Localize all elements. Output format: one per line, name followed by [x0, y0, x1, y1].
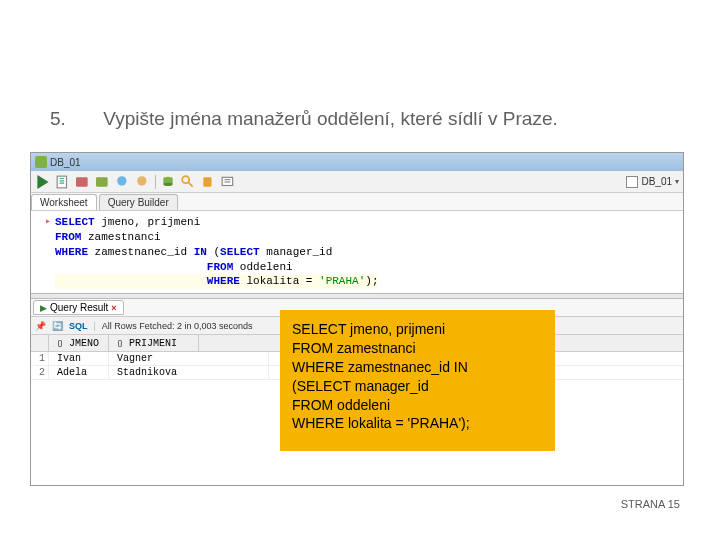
cell-prijmeni: Vagner [109, 352, 269, 365]
cell-prijmeni: Stadnikova [109, 366, 269, 379]
window-titlebar: DB_01 [31, 153, 683, 171]
sql-editor[interactable]: ▸SELECT jmeno, prijmeni FROM zamestnanci… [31, 211, 683, 293]
sql-overlay-note: SELECT jmeno, prijmeni FROM zamestnanci … [280, 310, 555, 451]
toolbar-connection[interactable]: DB_01 ▾ [626, 176, 679, 188]
history-button[interactable] [220, 174, 236, 190]
cell-rownum: 2 [31, 366, 49, 379]
find-button[interactable] [180, 174, 196, 190]
run-script-button[interactable] [55, 174, 71, 190]
database-button[interactable] [160, 174, 176, 190]
refresh-icon[interactable]: 🔄 [52, 321, 63, 331]
clear-button[interactable] [200, 174, 216, 190]
header-jmeno[interactable]: ▯ JMENO [49, 335, 109, 351]
cell-jmeno: Ivan [49, 352, 109, 365]
overlay-line: (SELECT manager_id [292, 377, 543, 396]
play-icon: ▶ [40, 303, 47, 313]
toolbar-separator [155, 175, 156, 189]
svg-rect-1 [76, 177, 88, 186]
commit-button[interactable] [115, 174, 131, 190]
svg-point-3 [117, 176, 126, 185]
connection-icon [626, 176, 638, 188]
fetch-status: All Rows Fetched: 2 in 0,003 seconds [102, 321, 253, 331]
database-icon [35, 156, 47, 168]
separator: | [94, 321, 96, 331]
run-button[interactable] [35, 174, 51, 190]
close-icon[interactable]: × [111, 303, 116, 313]
title-db-name: DB_01 [50, 157, 81, 168]
overlay-line: WHERE zamestnanec_id IN [292, 358, 543, 377]
cell-jmeno: Adela [49, 366, 109, 379]
heading-text: Vypište jména manažerů oddělení, které s… [103, 108, 557, 129]
svg-rect-2 [96, 177, 108, 186]
result-tab-label: Query Result [50, 302, 108, 313]
tab-query-builder[interactable]: Query Builder [99, 194, 178, 210]
overlay-line: FROM oddeleni [292, 396, 543, 415]
main-toolbar: DB_01 ▾ [31, 171, 683, 193]
overlay-line: FROM zamestnanci [292, 339, 543, 358]
tab-query-result[interactable]: ▶ Query Result × [33, 300, 124, 315]
overlay-line: WHERE lokalita = 'PRAHA'); [292, 414, 543, 433]
explain-plan-button[interactable] [75, 174, 91, 190]
rollback-button[interactable] [135, 174, 151, 190]
header-rownum [31, 335, 49, 351]
tab-worksheet[interactable]: Worksheet [31, 194, 97, 210]
sql-label[interactable]: SQL [69, 321, 88, 331]
overlay-line: SELECT jmeno, prijmeni [292, 320, 543, 339]
svg-rect-11 [222, 177, 233, 185]
svg-point-7 [163, 182, 172, 186]
heading-number: 5. [50, 108, 98, 130]
chevron-down-icon: ▾ [675, 177, 679, 186]
page-footer: STRANA 15 [621, 498, 680, 510]
connection-label: DB_01 [641, 176, 672, 187]
cell-rownum: 1 [31, 352, 49, 365]
svg-rect-10 [203, 177, 211, 186]
svg-point-4 [137, 176, 146, 185]
header-prijmeni[interactable]: ▯ PRIJMENI [109, 335, 199, 351]
svg-line-9 [188, 182, 193, 187]
editor-tabs: Worksheet Query Builder [31, 193, 683, 211]
page-heading: 5. Vypište jména manažerů oddělení, kter… [50, 108, 558, 130]
pin-icon[interactable]: 📌 [35, 321, 46, 331]
autotrace-button[interactable] [95, 174, 111, 190]
